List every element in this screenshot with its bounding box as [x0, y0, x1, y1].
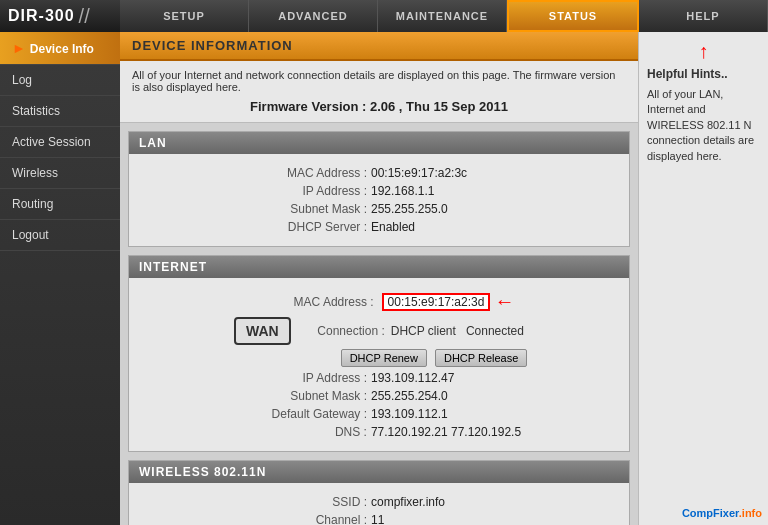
dhcp-renew-button[interactable]: DHCP Renew: [341, 349, 427, 367]
lan-ip-label: IP Address :: [237, 184, 367, 198]
help-bullet-1: All of your LAN, Internet and WIRELESS 8…: [647, 87, 760, 164]
internet-section-body: MAC Address : 00:15:e9:17:a2:3d ← WAN Co…: [129, 278, 629, 451]
internet-ip-row: IP Address : 193.109.112.47: [129, 369, 629, 387]
internet-dns-value: 77.120.192.21 77.120.192.5: [371, 425, 521, 439]
dhcp-buttons-row: DHCP Renew DHCP Release: [239, 347, 629, 369]
internet-dns-row: DNS : 77.120.192.21 77.120.192.5: [129, 423, 629, 441]
status-arrow-indicator: ↑: [647, 40, 760, 63]
firmware-line: Firmware Version : 2.06 , Thu 15 Sep 201…: [132, 99, 626, 114]
wireless-channel-row: Channel : 11: [129, 511, 629, 525]
lan-subnet-label: Subnet Mask :: [237, 202, 367, 216]
lan-mac-value: 00:15:e9:17:a2:3c: [371, 166, 521, 180]
wireless-section: WIRELESS 802.11N SSID : compfixer.info C…: [128, 460, 630, 525]
internet-mac-label: MAC Address :: [244, 295, 374, 309]
internet-connection-label: Connection :: [305, 324, 385, 338]
internet-ip-value: 193.109.112.47: [371, 371, 521, 385]
internet-section-header: INTERNET: [129, 256, 629, 278]
logo-slash: //: [79, 5, 90, 28]
internet-subnet-label: Subnet Mask :: [237, 389, 367, 403]
help-title: Helpful Hints..: [647, 67, 760, 81]
lan-ip-row: IP Address : 192.168.1.1: [129, 182, 629, 200]
internet-ip-label: IP Address :: [237, 371, 367, 385]
wan-badge: WAN: [234, 317, 291, 345]
wireless-channel-value: 11: [371, 513, 521, 525]
connection-status-text: Connected: [466, 324, 524, 338]
dhcp-release-button[interactable]: DHCP Release: [435, 349, 527, 367]
internet-gateway-label: Default Gateway :: [237, 407, 367, 421]
lan-dhcp-value: Enabled: [371, 220, 521, 234]
main-layout: ►Device Info Log Statistics Active Sessi…: [0, 32, 768, 525]
wireless-section-body: SSID : compfixer.info Channel : 11 Encry…: [129, 483, 629, 525]
lan-section-body: MAC Address : 00:15:e9:17:a2:3c IP Addre…: [129, 154, 629, 246]
wireless-section-header: WIRELESS 802.11N: [129, 461, 629, 483]
lan-section: LAN MAC Address : 00:15:e9:17:a2:3c IP A…: [128, 131, 630, 247]
internet-dns-label: DNS :: [237, 425, 367, 439]
mac-arrow-icon: ←: [494, 290, 514, 313]
nav-tabs: SETUP ADVANCED MAINTENANCE STATUS HELP: [120, 0, 768, 32]
lan-mac-row: MAC Address : 00:15:e9:17:a2:3c: [129, 164, 629, 182]
device-info-header: DEVICE INFORMATION: [120, 32, 638, 61]
dhcp-client-text: DHCP client: [391, 324, 456, 338]
sidebar-item-active-session[interactable]: Active Session: [0, 127, 120, 158]
lan-dhcp-row: DHCP Server : Enabled: [129, 218, 629, 236]
sidebar-item-log[interactable]: Log: [0, 65, 120, 96]
tab-setup[interactable]: SETUP: [120, 0, 249, 32]
lan-mac-label: MAC Address :: [237, 166, 367, 180]
internet-mac-row: MAC Address : 00:15:e9:17:a2:3d ←: [129, 288, 629, 315]
wireless-channel-label: Channel :: [237, 513, 367, 525]
sidebar-item-logout[interactable]: Logout: [0, 220, 120, 251]
sidebar-arrow-icon: ►: [12, 40, 26, 56]
info-description: All of your Internet and network connect…: [120, 61, 638, 123]
sidebar-item-statistics[interactable]: Statistics: [0, 96, 120, 127]
internet-section: INTERNET MAC Address : 00:15:e9:17:a2:3d…: [128, 255, 630, 452]
tab-status[interactable]: STATUS: [507, 0, 639, 32]
tab-help[interactable]: HELP: [639, 0, 768, 32]
lan-section-header: LAN: [129, 132, 629, 154]
lan-subnet-row: Subnet Mask : 255.255.255.0: [129, 200, 629, 218]
internet-mac-value: 00:15:e9:17:a2:3d: [382, 293, 491, 311]
top-header: DIR-300 // SETUP ADVANCED MAINTENANCE ST…: [0, 0, 768, 32]
sidebar-item-device-info[interactable]: ►Device Info: [0, 32, 120, 65]
internet-subnet-row: Subnet Mask : 255.255.254.0: [129, 387, 629, 405]
tab-maintenance[interactable]: MAINTENANCE: [378, 0, 507, 32]
internet-gateway-row: Default Gateway : 193.109.112.1: [129, 405, 629, 423]
sidebar-item-wireless[interactable]: Wireless: [0, 158, 120, 189]
internet-subnet-value: 255.255.254.0: [371, 389, 521, 403]
description-text: All of your Internet and network connect…: [132, 69, 615, 93]
compfixer-logo: CompFixer.info: [682, 507, 762, 519]
up-arrow-icon: ↑: [699, 40, 709, 62]
logo-area: DIR-300 //: [0, 0, 120, 32]
lan-ip-value: 192.168.1.1: [371, 184, 521, 198]
device-info-title: DEVICE INFORMATION: [132, 38, 293, 53]
logo-text: DIR-300: [8, 7, 75, 25]
wireless-ssid-label: SSID :: [237, 495, 367, 509]
sidebar: ►Device Info Log Statistics Active Sessi…: [0, 32, 120, 525]
wan-connection-row: WAN Connection : DHCP client Connected: [129, 315, 629, 347]
lan-dhcp-label: DHCP Server :: [237, 220, 367, 234]
tab-advanced[interactable]: ADVANCED: [249, 0, 378, 32]
dhcp-client-status: DHCP client Connected: [391, 324, 524, 338]
wireless-ssid-value: compfixer.info: [371, 495, 521, 509]
help-panel: ↑ Helpful Hints.. All of your LAN, Inter…: [638, 32, 768, 525]
lan-subnet-value: 255.255.255.0: [371, 202, 521, 216]
internet-gateway-value: 193.109.112.1: [371, 407, 521, 421]
compfixer-text: CompFixer.info: [682, 507, 762, 519]
wireless-ssid-row: SSID : compfixer.info: [129, 493, 629, 511]
sidebar-item-routing[interactable]: Routing: [0, 189, 120, 220]
content-area: DEVICE INFORMATION All of your Internet …: [120, 32, 638, 525]
